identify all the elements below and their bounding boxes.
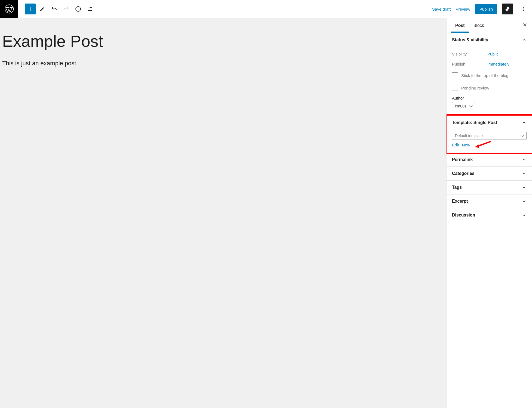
chevron-down-icon bbox=[522, 185, 527, 190]
chevron-up-icon bbox=[522, 38, 527, 42]
info-icon bbox=[75, 6, 81, 12]
panel-title: Discussion bbox=[452, 213, 475, 218]
undo-icon bbox=[51, 6, 57, 12]
publish-label: Publish bbox=[452, 62, 487, 66]
more-options-button[interactable] bbox=[518, 4, 529, 14]
svg-point-5 bbox=[523, 10, 524, 11]
pending-row: Pending review bbox=[452, 82, 527, 94]
panel-discussion-toggle[interactable]: Discussion bbox=[447, 208, 532, 222]
panel-template-body: Default template Edit New bbox=[447, 129, 532, 153]
close-sidebar-button[interactable] bbox=[522, 22, 528, 29]
chevron-down-icon bbox=[522, 171, 527, 176]
wp-logo[interactable] bbox=[0, 0, 18, 18]
chevron-down-icon bbox=[522, 157, 527, 162]
pending-label: Pending review bbox=[461, 86, 489, 90]
tab-post[interactable]: Post bbox=[451, 19, 469, 32]
sticky-row: Stick to the top of the blog bbox=[452, 69, 527, 82]
panel-categories: Categories bbox=[447, 167, 532, 181]
visibility-row: Visibility Public bbox=[452, 49, 527, 59]
author-value: crn001 bbox=[455, 104, 467, 108]
plus-icon bbox=[27, 6, 33, 12]
author-label: Author bbox=[452, 96, 527, 100]
panel-permalink-toggle[interactable]: Permalink bbox=[447, 153, 532, 166]
template-edit-link[interactable]: Edit bbox=[452, 143, 459, 147]
wordpress-icon bbox=[5, 4, 14, 14]
template-new-link[interactable]: New bbox=[462, 143, 470, 147]
tab-block[interactable]: Block bbox=[469, 19, 488, 32]
author-select[interactable]: crn001 bbox=[452, 102, 475, 110]
sidebar-tabs: Post Block bbox=[447, 18, 532, 33]
visibility-label: Visibility bbox=[452, 52, 487, 56]
panel-categories-toggle[interactable]: Categories bbox=[447, 167, 532, 180]
panel-excerpt: Excerpt bbox=[447, 194, 532, 208]
pending-checkbox[interactable] bbox=[452, 85, 458, 91]
visibility-value[interactable]: Public bbox=[487, 52, 499, 56]
template-select[interactable]: Default template bbox=[452, 132, 527, 140]
outline-button[interactable] bbox=[85, 4, 96, 14]
editor-canvas[interactable]: Example Post This is just an example pos… bbox=[0, 18, 446, 408]
main-layout: Example Post This is just an example pos… bbox=[0, 18, 532, 408]
panel-status-body: Visibility Public Publish Immediately St… bbox=[447, 47, 532, 116]
info-button[interactable] bbox=[73, 4, 84, 14]
settings-button[interactable] bbox=[502, 4, 513, 14]
edit-tool-button[interactable] bbox=[37, 4, 48, 14]
redo-icon bbox=[63, 6, 69, 12]
chevron-up-icon bbox=[522, 120, 527, 125]
undo-button[interactable] bbox=[49, 4, 60, 14]
panel-tags-toggle[interactable]: Tags bbox=[447, 181, 532, 194]
panel-template-toggle[interactable]: Template: Single Post bbox=[447, 116, 532, 129]
sticky-checkbox[interactable] bbox=[452, 72, 458, 78]
publish-row: Publish Immediately bbox=[452, 59, 527, 69]
redo-button[interactable] bbox=[61, 4, 72, 14]
panel-status-toggle[interactable]: Status & visibility bbox=[447, 33, 532, 47]
panel-status: Status & visibility Visibility Public Pu… bbox=[447, 33, 532, 116]
save-draft-button[interactable]: Save draft bbox=[432, 7, 451, 11]
panel-tags: Tags bbox=[447, 181, 532, 194]
svg-point-4 bbox=[523, 9, 524, 10]
publish-value[interactable]: Immediately bbox=[487, 62, 509, 66]
list-icon bbox=[87, 6, 93, 12]
panel-template: Template: Single Post Default template E… bbox=[447, 116, 532, 153]
panel-excerpt-toggle[interactable]: Excerpt bbox=[447, 194, 532, 208]
post-title[interactable]: Example Post bbox=[2, 32, 446, 51]
gear-icon bbox=[505, 6, 510, 12]
toolbar-right: Save draft Preview Publish bbox=[432, 4, 532, 14]
panel-title: Status & visibility bbox=[452, 38, 488, 42]
chevron-down-icon bbox=[522, 199, 527, 204]
preview-button[interactable]: Preview bbox=[455, 7, 470, 11]
panel-title: Categories bbox=[452, 171, 475, 176]
add-block-button[interactable] bbox=[25, 4, 36, 14]
dots-vertical-icon bbox=[520, 6, 527, 12]
toolbar-left bbox=[18, 4, 96, 14]
top-toolbar: Save draft Preview Publish bbox=[0, 0, 532, 18]
panel-permalink: Permalink bbox=[447, 153, 532, 167]
panel-title: Permalink bbox=[452, 157, 473, 162]
chevron-down-icon bbox=[522, 213, 527, 218]
sticky-label: Stick to the top of the blog bbox=[461, 73, 508, 78]
panel-title: Template: Single Post bbox=[452, 120, 497, 125]
close-icon bbox=[522, 22, 528, 27]
panel-title: Excerpt bbox=[452, 199, 468, 204]
svg-point-3 bbox=[523, 7, 524, 8]
post-body[interactable]: This is just an example post. bbox=[2, 60, 446, 67]
pencil-icon bbox=[39, 6, 45, 12]
panel-discussion: Discussion bbox=[447, 208, 532, 222]
sidebar: Post Block Status & visibility Visibilit… bbox=[446, 18, 532, 408]
panel-title: Tags bbox=[452, 185, 462, 190]
template-value: Default template bbox=[455, 134, 483, 138]
publish-button[interactable]: Publish bbox=[475, 4, 497, 14]
